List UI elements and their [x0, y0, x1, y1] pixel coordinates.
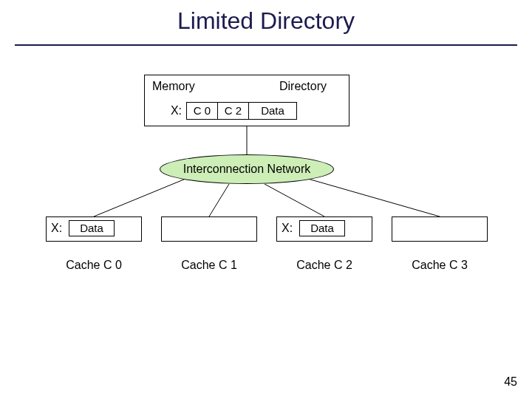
cache-var: X: — [51, 222, 62, 235]
cache-label-c3: Cache C 3 — [392, 259, 488, 272]
entry-data: Data — [248, 102, 297, 120]
svg-line-3 — [265, 184, 324, 216]
interconnection-network: Interconnection Network — [160, 154, 334, 184]
cache-box-c0: X: Data — [46, 216, 142, 242]
directory-label: Directory — [279, 80, 327, 93]
cache-var: X: — [282, 222, 293, 235]
page-number: 45 — [504, 375, 517, 389]
cache-box-c2: X: Data — [276, 216, 372, 242]
svg-line-2 — [209, 184, 229, 216]
svg-line-1 — [94, 179, 185, 216]
svg-line-4 — [308, 179, 440, 216]
cache-box-c3 — [392, 216, 488, 242]
memory-directory-box: Memory Directory X: C 0 C 2 Data — [144, 75, 349, 126]
cache-data: Data — [69, 220, 115, 236]
cache-data: Data — [299, 220, 345, 236]
entry-pointer-0: C 0 — [186, 102, 217, 120]
memory-label: Memory — [152, 80, 195, 93]
entry-pointer-1: C 2 — [217, 102, 248, 120]
network-label: Interconnection Network — [183, 163, 311, 176]
connector-lines — [0, 0, 532, 399]
cache-label-c2: Cache C 2 — [276, 259, 372, 272]
entry-var: X: — [166, 104, 186, 117]
cache-box-c1 — [161, 216, 257, 242]
cache-label-c0: Cache C 0 — [46, 259, 142, 272]
directory-entry: X: C 0 C 2 Data — [166, 102, 297, 120]
cache-label-c1: Cache C 1 — [161, 259, 257, 272]
